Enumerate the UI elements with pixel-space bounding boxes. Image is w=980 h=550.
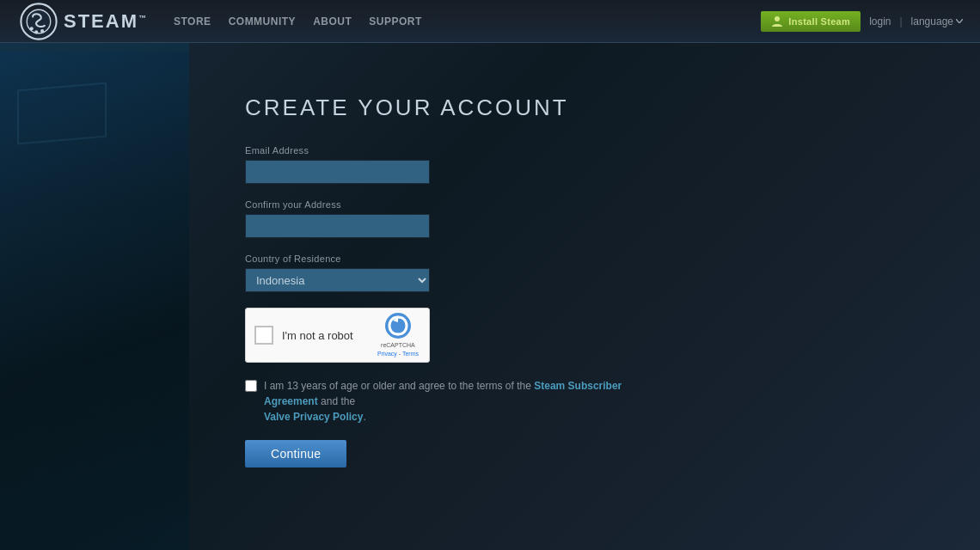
terms-checkbox[interactable] (245, 380, 257, 392)
email-input[interactable] (245, 160, 430, 184)
privacy-policy-link[interactable]: Valve Privacy Policy (264, 411, 363, 423)
install-person-icon (771, 15, 783, 28)
confirm-email-group: Confirm your Address (245, 199, 980, 238)
terms-row: I am 13 years of age or older and agree … (245, 378, 658, 425)
language-selector[interactable]: language (911, 15, 963, 28)
steam-logo-link[interactable]: STEAM™ (17, 0, 148, 43)
country-group: Country of Residence Indonesia United St… (245, 254, 980, 292)
install-steam-button[interactable]: Install Steam (761, 11, 861, 32)
svg-point-5 (775, 16, 780, 21)
country-label: Country of Residence (245, 254, 980, 264)
login-link[interactable]: login (869, 15, 891, 28)
recaptcha-left: I'm not a robot (254, 326, 353, 345)
recaptcha-privacy-link[interactable]: Privacy (377, 351, 397, 357)
confirm-email-label: Confirm your Address (245, 199, 980, 210)
recaptcha-label: I'm not a robot (282, 329, 353, 342)
nav-about[interactable]: ABOUT (313, 15, 352, 28)
nav-support[interactable]: SUPPORT (369, 15, 422, 28)
steam-logo-icon (17, 0, 60, 43)
email-label: Email Address (245, 145, 980, 156)
recaptcha-checkbox[interactable] (254, 326, 273, 345)
terms-text: I am 13 years of age or older and agree … (264, 378, 658, 425)
header: STEAM™ STORE COMMUNITY ABOUT SUPPORT Ins… (0, 0, 980, 43)
recaptcha-logo-icon (384, 312, 412, 339)
recaptcha-branding: reCAPTCHA Privacy - Terms (377, 341, 419, 358)
nav-store[interactable]: STORE (174, 15, 211, 28)
svg-point-2 (30, 27, 34, 30)
main-nav: STORE COMMUNITY ABOUT SUPPORT (174, 15, 761, 28)
recaptcha-widget: I'm not a robot reCAPTCHA Privacy - Term… (245, 308, 430, 363)
continue-button[interactable]: Continue (245, 440, 346, 468)
header-right: Install Steam login | language (761, 11, 963, 32)
email-group: Email Address (245, 145, 980, 184)
svg-point-4 (40, 28, 44, 32)
country-select[interactable]: Indonesia United States United Kingdom A… (245, 268, 430, 292)
recaptcha-terms-link[interactable]: Terms (402, 351, 419, 357)
page-title: CREATE YOUR ACCOUNT (245, 95, 980, 121)
nav-community[interactable]: COMMUNITY (229, 15, 297, 28)
header-divider: | (899, 15, 902, 28)
confirm-email-input[interactable] (245, 214, 430, 238)
svg-point-3 (34, 30, 38, 34)
recaptcha-right: reCAPTCHA Privacy - Terms (377, 312, 419, 358)
main-content: CREATE YOUR ACCOUNT Email Address Confir… (0, 43, 980, 468)
chevron-down-icon (956, 19, 963, 23)
steam-logo-text: STEAM™ (64, 10, 148, 33)
